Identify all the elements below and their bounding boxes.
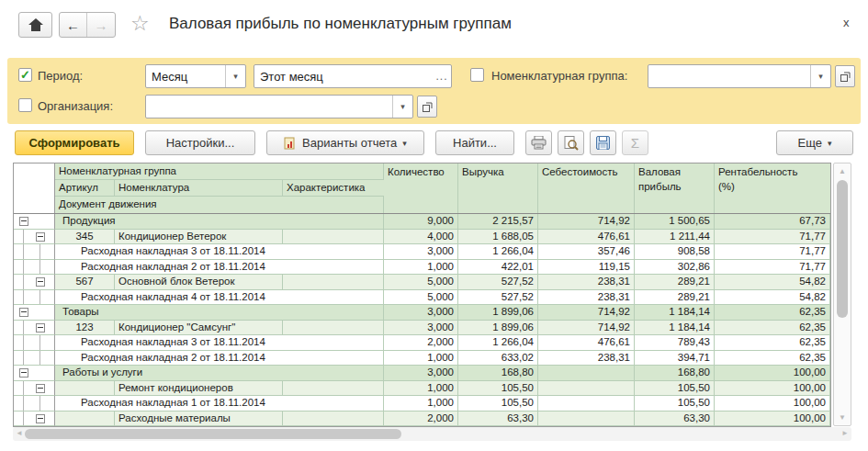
revenue-cell[interactable]: 633,02 [458, 351, 538, 366]
margin-cell[interactable]: 71,77 [715, 260, 830, 276]
period-unit-select[interactable]: Месяц ▾ [145, 64, 246, 88]
revenue-cell[interactable]: 1 688,05 [458, 230, 538, 245]
characteristic-cell[interactable] [283, 230, 384, 245]
collapse-toggle-icon[interactable] [36, 277, 45, 287]
scroll-up-icon[interactable]: ▲ [834, 167, 851, 175]
cost-cell[interactable]: 238,31 [538, 351, 635, 366]
collapse-toggle-icon[interactable] [36, 414, 45, 423]
quantity-cell[interactable]: 3,000 [384, 366, 458, 381]
quantity-cell[interactable]: 2,000 [384, 412, 458, 427]
cost-cell[interactable] [538, 412, 635, 427]
revenue-cell[interactable]: 527,52 [458, 275, 538, 290]
gross-profit-cell[interactable]: 289,21 [635, 290, 715, 306]
revenue-cell[interactable]: 168,80 [458, 366, 538, 381]
gross-profit-cell[interactable]: 789,43 [635, 335, 715, 351]
nomenclature-cell[interactable]: Ремонт кондиционеров [115, 381, 283, 397]
cost-cell[interactable]: 714,92 [538, 321, 635, 336]
forward-icon[interactable]: → [87, 13, 115, 37]
margin-cell[interactable]: 67,73 [715, 214, 830, 230]
more-button[interactable]: Еще ▾ [776, 130, 853, 155]
gross-profit-cell[interactable]: 105,50 [635, 396, 715, 412]
gross-profit-cell[interactable]: 168,80 [635, 366, 715, 381]
nomenclature-cell[interactable]: Расходные материалы [115, 412, 283, 427]
article-cell[interactable]: 123 [55, 321, 115, 336]
table-row[interactable]: Расходная накладная 4 от 18.11.20145,000… [14, 290, 830, 306]
collapse-toggle-icon[interactable] [19, 217, 28, 226]
article-cell[interactable] [55, 412, 115, 427]
cost-cell[interactable]: 357,46 [538, 244, 635, 260]
margin-cell[interactable]: 71,77 [715, 244, 830, 260]
document-cell[interactable]: Расходная накладная 3 от 18.11.2014 [55, 335, 384, 351]
quantity-cell[interactable]: 1,000 [384, 260, 458, 276]
margin-cell[interactable]: 62,35 [715, 351, 830, 366]
save-button[interactable] [590, 130, 616, 155]
revenue-cell[interactable]: 1 266,04 [458, 244, 538, 260]
back-icon[interactable]: ← [60, 13, 87, 37]
quantity-cell[interactable]: 3,000 [384, 244, 458, 260]
gross-profit-cell[interactable]: 1 500,65 [635, 214, 715, 230]
quantity-cell[interactable]: 5,000 [384, 290, 458, 306]
nomenclature-group-open-button[interactable] [835, 65, 855, 87]
document-cell[interactable]: Расходная накладная 1 от 18.11.2014 [55, 396, 384, 412]
table-row[interactable]: Расходная накладная 1 от 18.11.20141,000… [14, 396, 830, 412]
margin-cell[interactable]: 62,35 [715, 335, 830, 351]
collapse-toggle-icon[interactable] [36, 232, 45, 242]
revenue-cell[interactable]: 105,50 [458, 396, 538, 412]
cost-cell[interactable] [538, 396, 635, 412]
revenue-cell[interactable]: 1 899,06 [458, 321, 538, 336]
gross-profit-cell[interactable]: 1 184,14 [635, 305, 715, 321]
scroll-right-icon[interactable]: ► [841, 429, 849, 437]
table-row[interactable]: Работы и услуги3,000168,80168,80100,00 [14, 366, 830, 381]
cost-cell[interactable]: 476,61 [538, 335, 635, 351]
margin-cell[interactable]: 100,00 [715, 381, 830, 397]
table-row[interactable]: Расходные материалы2,00063,3063,30100,00 [14, 412, 830, 427]
find-button[interactable]: Найти... [435, 130, 514, 155]
report-variants-button[interactable]: Варианты отчета ▾ [266, 130, 424, 155]
cost-cell[interactable]: 476,61 [538, 230, 635, 245]
chevron-down-icon[interactable]: ▾ [225, 65, 245, 87]
margin-cell[interactable]: 100,00 [715, 412, 830, 427]
settings-button[interactable]: Настройки... [145, 130, 255, 155]
print-button[interactable] [525, 130, 552, 155]
organization-open-button[interactable] [417, 96, 437, 118]
gross-profit-cell[interactable]: 302,86 [635, 260, 715, 276]
chevron-down-icon[interactable]: ▾ [810, 65, 830, 87]
quantity-cell[interactable]: 4,000 [384, 230, 458, 245]
nomenclature-cell[interactable]: Основной блок Ветерок [115, 275, 283, 290]
quantity-cell[interactable]: 3,000 [384, 321, 458, 336]
gross-profit-cell[interactable]: 289,21 [635, 275, 715, 290]
cost-cell[interactable]: 238,31 [538, 290, 635, 306]
characteristic-cell[interactable] [283, 321, 384, 336]
margin-cell[interactable]: 100,00 [715, 366, 830, 381]
nomenclature-cell[interactable]: Кондиционер "Самсунг" [115, 321, 283, 336]
quantity-cell[interactable]: 1,000 [384, 381, 458, 397]
scroll-down-icon[interactable]: ▼ [834, 413, 851, 422]
table-row[interactable]: Расходная накладная 2 от 18.11.20141,000… [14, 351, 830, 366]
revenue-cell[interactable]: 1 266,04 [458, 335, 538, 351]
article-cell[interactable]: 345 [55, 230, 115, 245]
collapse-toggle-icon[interactable] [36, 323, 45, 333]
nomenclature-cell[interactable]: Кондиционер Ветерок [115, 230, 283, 245]
revenue-cell[interactable]: 105,50 [458, 381, 538, 397]
cost-cell[interactable] [538, 366, 635, 381]
revenue-cell[interactable]: 422,01 [458, 260, 538, 276]
close-icon[interactable]: x [843, 16, 850, 29]
table-row[interactable]: Расходная накладная 3 от 18.11.20143,000… [14, 244, 830, 260]
characteristic-cell[interactable] [283, 412, 384, 427]
generate-button[interactable]: Сформировать [15, 130, 134, 155]
period-checkbox[interactable]: ✓ [18, 68, 32, 82]
vertical-scroll-thumb[interactable] [837, 180, 848, 318]
margin-cell[interactable]: 54,82 [715, 275, 830, 290]
quantity-cell[interactable]: 1,000 [384, 396, 458, 412]
gross-profit-cell[interactable]: 105,50 [635, 381, 715, 397]
margin-cell[interactable]: 62,35 [715, 321, 830, 336]
horizontal-scrollbar[interactable]: ◄ ► [13, 427, 851, 441]
article-cell[interactable]: 567 [55, 275, 115, 290]
characteristic-cell[interactable] [283, 275, 384, 290]
cost-cell[interactable]: 714,92 [538, 214, 635, 230]
period-more-icon[interactable]: ... [433, 70, 451, 83]
revenue-cell[interactable]: 527,52 [458, 290, 538, 306]
article-cell[interactable] [55, 381, 115, 397]
table-row[interactable]: Расходная накладная 3 от 18.11.20142,000… [14, 335, 830, 351]
horizontal-scroll-thumb[interactable] [25, 429, 401, 439]
